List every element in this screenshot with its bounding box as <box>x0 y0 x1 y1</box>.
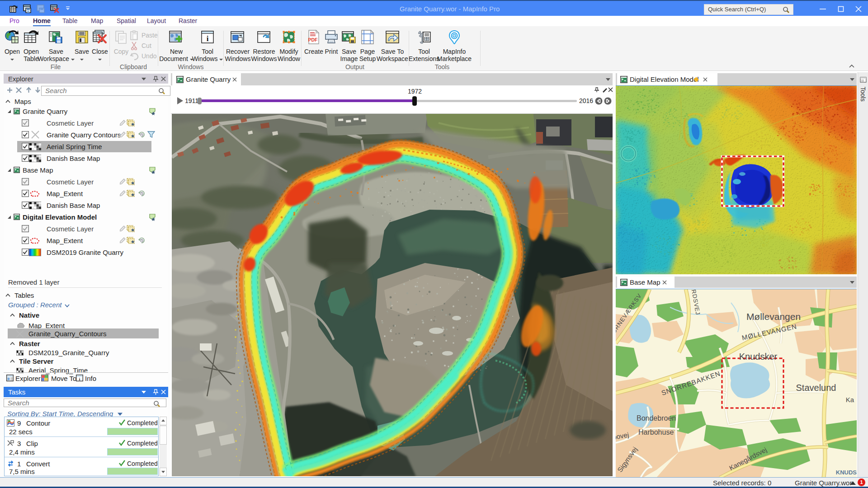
svg-text:i: i <box>207 34 209 43</box>
svg-text:Stavelund: Stavelund <box>796 383 836 393</box>
svg-text:Ka: Ka <box>846 396 854 404</box>
svg-text:Harbohuse: Harbohuse <box>638 428 674 436</box>
svg-text:KNUDS: KNUDS <box>836 469 857 476</box>
svg-text:Knudsker: Knudsker <box>739 352 778 361</box>
svg-text:Møllevangen: Møllevangen <box>746 311 801 322</box>
svg-text:Bondebroen: Bondebroen <box>637 414 676 422</box>
